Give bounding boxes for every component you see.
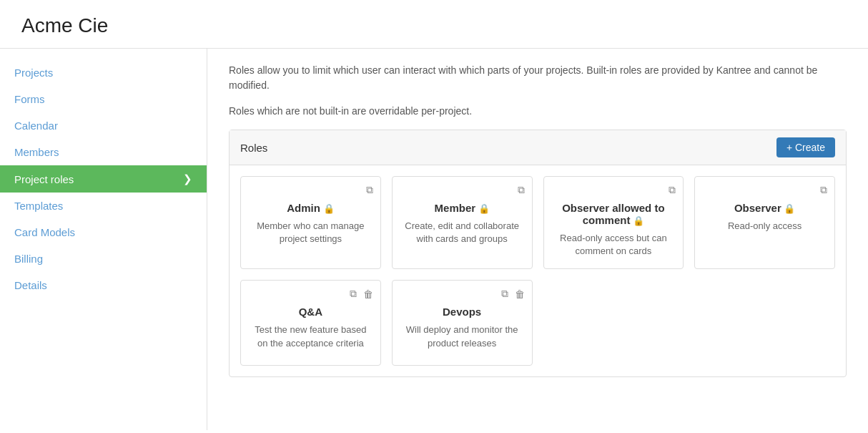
sidebar: ProjectsFormsCalendarMembersProject role…: [0, 49, 207, 430]
sidebar-item-calendar[interactable]: Calendar: [0, 112, 207, 139]
roles-grid-bottom: ⧉🗑Q&ATest the new feature based on the a…: [230, 280, 846, 376]
role-desc-admin: Member who can manage project settings: [250, 220, 372, 245]
role-name-qa: Q&A: [299, 306, 322, 318]
role-name-observer-comment: Observer allowed to comment 🔒: [553, 202, 675, 226]
app-header: Acme Cie: [0, 0, 868, 49]
app-title: Acme Cie: [21, 14, 847, 37]
lock-icon-member: 🔒: [475, 203, 490, 214]
roles-panel: Roles + Create ⧉Admin 🔒Member who can ma…: [229, 130, 847, 377]
description-text-1: Roles allow you to limit which user can …: [229, 63, 847, 93]
sidebar-item-members[interactable]: Members: [0, 139, 207, 165]
delete-role-button-qa[interactable]: 🗑: [362, 286, 375, 301]
card-icons-observer: ⧉: [819, 183, 829, 198]
roles-grid-top: ⧉Admin 🔒Member who can manage project se…: [230, 165, 846, 280]
chevron-icon: ❯: [183, 172, 192, 185]
role-name-devops: Devops: [443, 306, 481, 318]
sidebar-item-details[interactable]: Details: [0, 272, 207, 298]
sidebar-item-card-models[interactable]: Card Models: [0, 219, 207, 245]
role-name-member: Member 🔒: [435, 202, 490, 214]
role-desc-observer-comment: Read-only access but can comment on card…: [553, 232, 675, 258]
copy-role-button-devops[interactable]: ⧉: [500, 286, 510, 301]
sidebar-item-billing[interactable]: Billing: [0, 245, 207, 272]
main-content: Roles allow you to limit which user can …: [207, 49, 868, 430]
card-icons-devops: ⧉🗑: [500, 286, 526, 301]
roles-title: Roles: [240, 142, 267, 154]
delete-role-button-devops[interactable]: 🗑: [513, 286, 526, 301]
copy-role-button-qa[interactable]: ⧉: [348, 286, 358, 301]
card-icons-admin: ⧉: [365, 183, 375, 198]
role-card-devops: ⧉🗑DevopsWill deploy and monitor the prod…: [392, 280, 533, 366]
sidebar-item-templates[interactable]: Templates: [0, 193, 207, 219]
lock-icon-observer-comment: 🔒: [630, 215, 644, 226]
role-desc-member: Create, edit and collaborate with cards …: [401, 220, 523, 245]
role-name-observer: Observer 🔒: [734, 202, 796, 214]
card-icons-qa: ⧉🗑: [348, 286, 375, 301]
role-desc-qa: Test the new feature based on the accept…: [250, 323, 372, 349]
copy-role-button-observer[interactable]: ⧉: [819, 183, 829, 198]
role-card-observer: ⧉Observer 🔒Read-only access: [694, 176, 835, 269]
sidebar-item-forms[interactable]: Forms: [0, 86, 207, 112]
create-role-button[interactable]: + Create: [776, 137, 835, 157]
role-name-admin: Admin 🔒: [287, 202, 334, 214]
card-icons-member: ⧉: [516, 183, 526, 198]
role-card-observer-comment: ⧉Observer allowed to comment 🔒Read-only …: [543, 176, 684, 269]
role-card-admin: ⧉Admin 🔒Member who can manage project se…: [240, 176, 381, 269]
roles-header: Roles + Create: [230, 130, 846, 165]
copy-role-button-admin[interactable]: ⧉: [365, 183, 375, 198]
role-desc-devops: Will deploy and monitor the product rele…: [401, 323, 523, 349]
role-desc-observer: Read-only access: [728, 220, 802, 233]
description-text-2: Roles which are not built-in are overrid…: [229, 104, 847, 119]
lock-icon-observer: 🔒: [781, 203, 796, 214]
sidebar-item-projects[interactable]: Projects: [0, 59, 207, 86]
main-layout: ProjectsFormsCalendarMembersProject role…: [0, 49, 868, 430]
role-card-qa: ⧉🗑Q&ATest the new feature based on the a…: [240, 280, 381, 366]
card-icons-observer-comment: ⧉: [667, 183, 677, 198]
sidebar-item-project-roles[interactable]: Project roles❯: [0, 165, 207, 193]
copy-role-button-member[interactable]: ⧉: [516, 183, 526, 198]
copy-role-button-observer-comment[interactable]: ⧉: [667, 183, 677, 198]
role-card-member: ⧉Member 🔒Create, edit and collaborate wi…: [392, 176, 533, 269]
lock-icon-admin: 🔒: [320, 203, 335, 214]
